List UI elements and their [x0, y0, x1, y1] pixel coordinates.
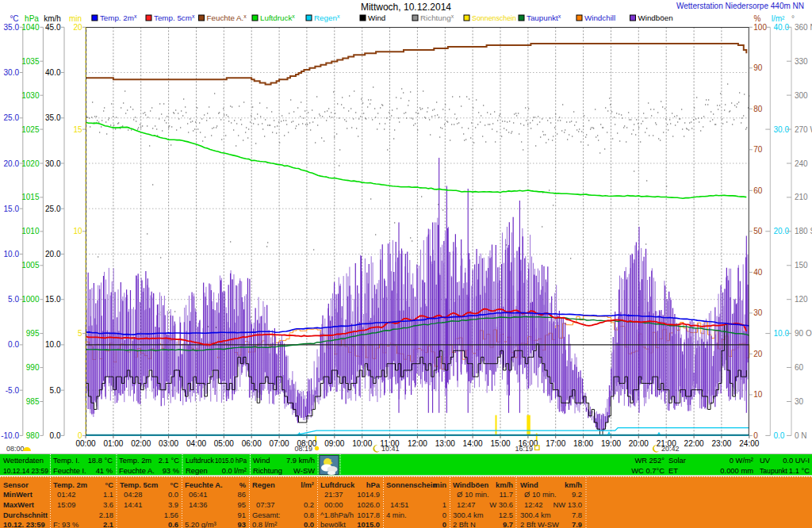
svg-text:Regen: Regen	[186, 466, 208, 475]
svg-text:Richtung: Richtung	[253, 466, 282, 475]
svg-text:80: 80	[753, 105, 763, 113]
svg-text:1020: 1020	[21, 159, 40, 168]
svg-text:l/m²: l/m²	[301, 480, 314, 489]
svg-text:100: 100	[753, 23, 767, 32]
svg-text:18:00: 18:00	[573, 439, 593, 448]
svg-text:Windchill: Windchill	[584, 13, 615, 22]
svg-text:1030: 1030	[21, 91, 40, 100]
svg-text:20.0: 20.0	[45, 250, 61, 258]
svg-text:15: 15	[73, 125, 82, 134]
svg-text:08:19: 08:19	[294, 445, 312, 453]
svg-text:°C: °C	[10, 14, 18, 23]
svg-text:08:00: 08:00	[6, 445, 25, 453]
svg-text:15:09: 15:09	[57, 500, 75, 509]
svg-text:12:47: 12:47	[457, 500, 475, 509]
svg-text:300.4 km: 300.4 km	[520, 511, 551, 519]
svg-text:0.0 l/m²: 0.0 l/m²	[222, 466, 247, 475]
svg-text:01:42: 01:42	[57, 490, 75, 499]
svg-text:985: 985	[26, 397, 40, 406]
svg-text:WC 0.7°C: WC 0.7°C	[631, 466, 665, 475]
svg-text:3.9: 3.9	[168, 500, 178, 509]
svg-text:0 N: 0 N	[795, 431, 807, 440]
svg-text:40: 40	[753, 268, 763, 277]
svg-text:2.1 °C: 2.1 °C	[159, 456, 179, 465]
svg-text:Feuchte A.: Feuchte A.	[119, 466, 155, 475]
svg-text:24:00: 24:00	[739, 439, 759, 448]
svg-text:05:00: 05:00	[214, 439, 234, 448]
svg-text:00:00: 00:00	[324, 500, 343, 509]
svg-text:bewölkt: bewölkt	[320, 520, 346, 528]
svg-text:MaxWert: MaxWert	[3, 500, 34, 509]
svg-text:0.6: 0.6	[168, 520, 178, 528]
svg-text:15.0: 15.0	[45, 295, 61, 304]
svg-text:1017.8: 1017.8	[357, 511, 380, 519]
svg-text:hPa: hPa	[366, 480, 381, 489]
svg-text:20: 20	[753, 350, 763, 358]
svg-text:10: 10	[753, 390, 763, 399]
svg-text:30: 30	[795, 397, 804, 406]
svg-text:330: 330	[795, 57, 808, 66]
svg-text:-5.0: -5.0	[6, 386, 20, 395]
svg-text:30.0: 30.0	[45, 159, 61, 168]
svg-text:0.0: 0.0	[774, 431, 785, 440]
svg-text:360 N: 360 N	[795, 23, 812, 32]
svg-text:Regen: Regen	[252, 480, 275, 489]
svg-text:00:00: 00:00	[75, 439, 95, 448]
svg-text:1035: 1035	[21, 57, 40, 66]
svg-text:93 %: 93 %	[163, 466, 179, 475]
svg-text:1.56: 1.56	[164, 511, 178, 519]
svg-text:1000: 1000	[21, 295, 40, 304]
svg-text:95: 95	[238, 500, 246, 509]
svg-text:MinWert: MinWert	[3, 490, 33, 499]
svg-text:Wetterdaten: Wetterdaten	[3, 456, 44, 465]
svg-text:Sonnenschein: Sonnenschein	[386, 480, 437, 489]
svg-text:1015.0 hPa: 1015.0 hPa	[215, 456, 247, 465]
svg-text:0 W/m²: 0 W/m²	[730, 456, 753, 465]
svg-text:Ø 10 min.: Ø 10 min.	[457, 490, 489, 499]
svg-text:10.0: 10.0	[45, 340, 61, 349]
svg-text:NW 13.0: NW 13.0	[553, 500, 582, 509]
svg-text:10:41: 10:41	[381, 445, 400, 453]
svg-text:Luftdruck: Luftdruck	[186, 456, 214, 465]
svg-text:06:00: 06:00	[242, 439, 262, 448]
svg-text:300: 300	[795, 91, 808, 100]
svg-text:0.2: 0.2	[304, 500, 314, 509]
svg-text:km/h: km/h	[496, 480, 513, 489]
svg-text:2 Bft W-SW: 2 Bft W-SW	[520, 520, 559, 528]
svg-text:min: min	[433, 480, 446, 489]
svg-text:86: 86	[238, 490, 246, 499]
svg-text:WR 252°: WR 252°	[634, 456, 665, 465]
svg-text:13:00: 13:00	[435, 439, 455, 448]
svg-text:20: 20	[73, 23, 82, 32]
svg-text:Feuchte A.: Feuchte A.	[185, 480, 223, 489]
svg-text:150: 150	[795, 261, 808, 270]
svg-text:12:00: 12:00	[408, 439, 427, 448]
svg-text:990: 990	[26, 363, 40, 372]
svg-text:12:42: 12:42	[524, 500, 542, 509]
svg-text:5.20 g/m³: 5.20 g/m³	[185, 520, 216, 528]
svg-text:210: 210	[795, 193, 808, 201]
svg-text:Sensor: Sensor	[3, 480, 29, 489]
svg-text:Temp. 2mx: Temp. 2mx	[100, 13, 137, 22]
svg-text:Luftdruckx: Luftdruckx	[260, 13, 295, 22]
svg-text:0.0: 0.0	[8, 340, 19, 349]
svg-text:Temp. 2m: Temp. 2m	[53, 480, 87, 489]
svg-text:1.1 °C: 1.1 °C	[789, 466, 810, 475]
svg-text:15:00: 15:00	[490, 439, 510, 448]
svg-text:0.0: 0.0	[168, 490, 178, 499]
svg-text:12.5: 12.5	[499, 511, 513, 519]
svg-text:30: 30	[753, 308, 763, 317]
svg-text:ET: ET	[668, 466, 678, 475]
svg-text:Richtungx: Richtungx	[420, 13, 454, 22]
svg-text:Durchschnitt: Durchschnitt	[3, 511, 48, 519]
svg-text:01:00: 01:00	[103, 439, 123, 448]
svg-text:0.0: 0.0	[50, 431, 61, 440]
svg-text:W 30.6: W 30.6	[489, 500, 513, 509]
svg-text:7.8: 7.8	[572, 511, 582, 519]
svg-text:70: 70	[753, 145, 763, 154]
svg-text:14:51: 14:51	[390, 500, 408, 509]
svg-text:09:00: 09:00	[324, 439, 344, 448]
svg-text:10.12.14 23:59: 10.12.14 23:59	[3, 466, 48, 475]
svg-text:40.0: 40.0	[45, 68, 61, 77]
svg-text:min: min	[69, 14, 82, 23]
